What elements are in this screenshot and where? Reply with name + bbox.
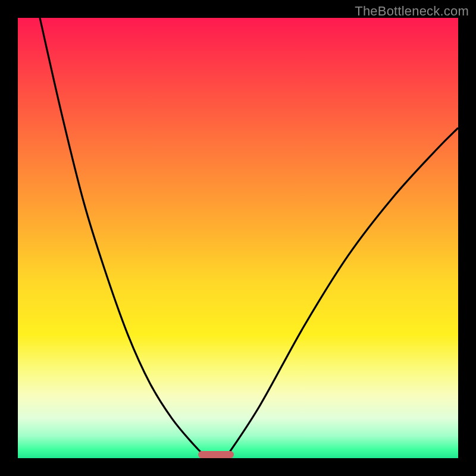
left-curve	[40, 18, 205, 456]
optimal-marker	[198, 451, 233, 458]
watermark-text: TheBottleneck.com	[355, 4, 469, 19]
curve-layer	[18, 18, 458, 458]
chart-plot-area	[18, 18, 458, 458]
right-curve	[227, 128, 459, 456]
